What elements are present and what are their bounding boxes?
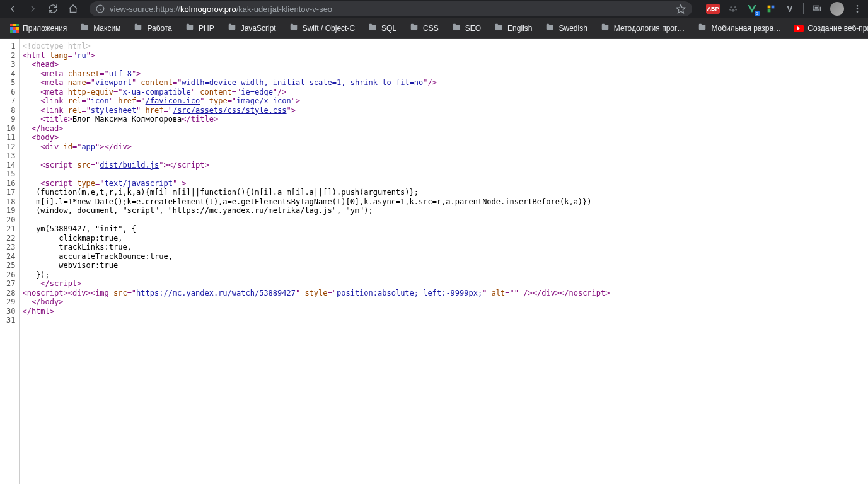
bookmark-label: Мобильная разра… bbox=[711, 24, 781, 33]
bookmark-label: PHP bbox=[199, 24, 214, 33]
separator bbox=[803, 3, 804, 14]
line-number: 23 bbox=[6, 243, 15, 252]
line-number: 3 bbox=[6, 60, 15, 69]
star-icon[interactable] bbox=[676, 4, 686, 14]
bookmark-item[interactable]: CSS bbox=[404, 20, 444, 36]
code-line: clickmap:true, bbox=[22, 234, 610, 243]
code-line: <link rel="stylesheet" href="/src/assets… bbox=[22, 106, 610, 115]
line-number: 7 bbox=[6, 96, 15, 106]
bookmark-label: SEO bbox=[465, 24, 481, 33]
code-line: </script> bbox=[22, 279, 610, 289]
code-line: <!doctype html> bbox=[22, 42, 610, 51]
code-line: m[i].l=1*new Date();k=e.createElement(t)… bbox=[22, 197, 610, 207]
line-number: 12 bbox=[6, 142, 15, 152]
svg-marker-3 bbox=[676, 4, 685, 13]
code-line: <noscript><div><img src="https://mc.yand… bbox=[22, 289, 610, 298]
bookmark-item[interactable]: Максим bbox=[74, 20, 125, 36]
v-icon[interactable]: V bbox=[784, 3, 796, 14]
bookmark-item[interactable]: Swedish bbox=[540, 20, 592, 36]
line-number: 5 bbox=[6, 78, 15, 88]
bookmark-label: SQL bbox=[381, 24, 396, 33]
abp-icon[interactable]: ABP bbox=[706, 4, 720, 14]
line-number: 1 bbox=[6, 42, 15, 51]
bookmark-item[interactable]: Методология прог… bbox=[595, 20, 690, 36]
line-number: 27 bbox=[6, 279, 15, 289]
bookmark-item[interactable]: JavaScript bbox=[222, 20, 281, 36]
line-number: 6 bbox=[6, 88, 15, 97]
code-line bbox=[22, 170, 610, 179]
paw-icon[interactable] bbox=[727, 3, 739, 14]
line-number: 16 bbox=[6, 179, 15, 188]
line-number: 21 bbox=[6, 224, 15, 234]
folder-icon bbox=[697, 23, 707, 33]
line-number: 24 bbox=[6, 252, 15, 262]
folder-icon bbox=[600, 23, 610, 33]
folder-icon bbox=[227, 23, 237, 33]
svg-point-7 bbox=[735, 9, 737, 11]
bookmark-item[interactable]: Создание веб-при… bbox=[789, 21, 868, 35]
apps-icon bbox=[10, 24, 19, 33]
line-number: 11 bbox=[6, 133, 15, 142]
bookmark-label: English bbox=[507, 24, 532, 33]
svg-point-5 bbox=[734, 6, 736, 8]
bookmark-label: Приложения bbox=[23, 24, 67, 33]
forward-button[interactable] bbox=[25, 1, 40, 16]
address-bar[interactable]: view-source:https://kolmogorov.pro/kak-u… bbox=[90, 1, 692, 16]
svg-point-4 bbox=[730, 6, 732, 8]
folder-icon bbox=[545, 23, 555, 33]
toolbar-extensions: ABP 6 V bbox=[701, 2, 863, 16]
bookmark-item[interactable]: SEO bbox=[446, 20, 486, 36]
code-line: </html> bbox=[22, 307, 610, 316]
line-number: 19 bbox=[6, 206, 15, 216]
code-line: <script type="text/javascript" > bbox=[22, 179, 610, 188]
line-number: 29 bbox=[6, 297, 15, 307]
code-line: ym(53889427, "init", { bbox=[22, 224, 610, 234]
menu-icon[interactable] bbox=[852, 3, 863, 14]
bookmark-label: Создание веб-при… bbox=[807, 24, 868, 33]
bookmark-item[interactable]: Работа bbox=[128, 20, 177, 36]
folder-icon bbox=[185, 23, 195, 33]
code-line: (function(m,e,t,r,i,k,a){m[i]=m[i]||func… bbox=[22, 188, 610, 197]
reload-button[interactable] bbox=[45, 1, 61, 16]
folder-icon bbox=[409, 23, 419, 33]
line-number: 18 bbox=[6, 197, 15, 207]
folder-icon bbox=[494, 23, 504, 33]
puzzle-icon[interactable] bbox=[765, 3, 777, 14]
code-line: webvisor:true bbox=[22, 261, 610, 270]
code-line: </head> bbox=[22, 124, 610, 134]
bookmark-label: Методология прог… bbox=[614, 24, 685, 33]
line-number: 13 bbox=[6, 151, 15, 161]
line-number: 9 bbox=[6, 115, 15, 124]
line-number: 25 bbox=[6, 261, 15, 270]
line-number: 4 bbox=[6, 69, 15, 79]
line-number: 28 bbox=[6, 289, 15, 298]
bookmark-label: Swedish bbox=[558, 24, 587, 33]
code-line: <script src="dist/build.js"></script> bbox=[22, 161, 610, 170]
bookmark-item[interactable]: English bbox=[489, 20, 537, 36]
svg-rect-9 bbox=[768, 6, 771, 9]
media-icon[interactable] bbox=[811, 3, 823, 14]
back-button[interactable] bbox=[5, 1, 20, 16]
bookmark-item[interactable]: PHP bbox=[180, 20, 219, 36]
svg-rect-12 bbox=[813, 6, 819, 10]
bookmark-item[interactable]: Приложения bbox=[5, 21, 72, 35]
profile-avatar[interactable] bbox=[830, 2, 844, 16]
line-number: 20 bbox=[6, 216, 15, 225]
code-line: <div id="app"></div> bbox=[22, 142, 610, 152]
code-line bbox=[22, 151, 610, 161]
bookmark-item[interactable]: Мобильная разра… bbox=[692, 20, 786, 36]
bookmark-label: Swift / Object-C bbox=[303, 24, 355, 33]
folder-icon bbox=[289, 23, 299, 33]
line-number: 10 bbox=[6, 124, 15, 134]
bookmark-label: Максим bbox=[93, 24, 120, 33]
code-line: <body> bbox=[22, 133, 610, 142]
line-gutter: 1234567891011121314151617181920212223242… bbox=[0, 39, 20, 484]
home-button[interactable] bbox=[66, 1, 81, 16]
vue-icon[interactable]: 6 bbox=[746, 3, 758, 14]
bookmark-item[interactable]: SQL bbox=[362, 20, 402, 36]
bookmark-item[interactable]: Swift / Object-C bbox=[284, 20, 360, 36]
code-line: <meta name="viewport" content="width=dev… bbox=[22, 78, 610, 88]
folder-icon bbox=[133, 23, 143, 33]
source-code[interactable]: <!doctype html><html lang="ru"> <head> <… bbox=[20, 39, 610, 484]
line-number: 2 bbox=[6, 51, 15, 60]
